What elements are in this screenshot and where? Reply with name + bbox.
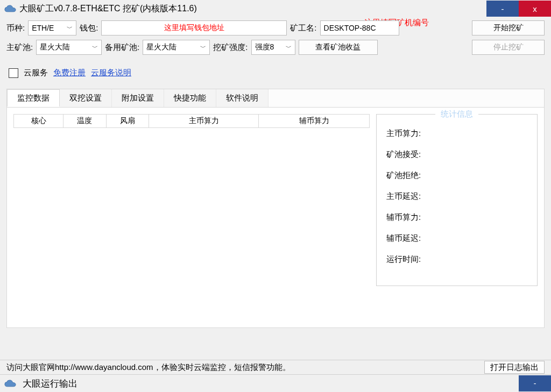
stop-mining-button: 停止挖矿	[472, 40, 545, 55]
th-temp: 温度	[63, 115, 106, 127]
view-earnings-button[interactable]: 查看矿池收益	[299, 40, 378, 55]
coin-select-value: ETH/E	[32, 24, 54, 32]
register-link[interactable]: 免费注册	[53, 68, 86, 78]
th-main-hashrate: 主币算力	[149, 115, 259, 127]
tab-quick-functions[interactable]: 快捷功能	[164, 89, 216, 107]
stat-aux-hashrate: 辅币算力:	[386, 207, 527, 228]
cloud-service-label: 云服务	[24, 68, 48, 78]
backup-pool-value: 星火大陆	[146, 42, 176, 52]
intensity-label: 挖矿强度:	[213, 42, 248, 53]
window-title: 大眼矿工v0.7.8-ETH&ETC 挖矿(内核版本11.6)	[19, 3, 486, 15]
stat-main-delay: 主币延迟:	[386, 186, 527, 207]
config-area: 币种: ETH/E ﹀ 钱包: 这里填写钱包地址 矿工名: DESKTOP-88…	[0, 17, 551, 55]
main-pool-label: 主矿池:	[6, 42, 33, 53]
output-bar-title: 大眼运行输出	[19, 377, 519, 390]
tabs-container: 监控数据 双挖设置 附加设置 快捷功能 软件说明 核心 温度 风扇 主币算力 辅…	[6, 89, 545, 328]
close-button[interactable]: x	[519, 1, 551, 17]
intensity-value: 强度8	[255, 42, 274, 52]
th-core: 核心	[14, 115, 63, 127]
backup-pool-select[interactable]: 星火大陆 ﹀	[143, 40, 210, 55]
miner-label: 矿工名:	[290, 23, 316, 33]
chevron-down-icon: ﹀	[67, 24, 73, 32]
stat-pool-reject: 矿池拒绝:	[386, 165, 527, 186]
stat-pool-accept: 矿池接受:	[386, 144, 527, 165]
tab-monitor[interactable]: 监控数据	[7, 89, 60, 107]
stat-runtime: 运行时间:	[386, 249, 527, 270]
stat-main-hashrate: 主币算力:	[386, 123, 527, 144]
chevron-down-icon: ﹀	[286, 44, 292, 52]
th-aux-hashrate: 辅币算力	[259, 115, 369, 127]
footer-text: 访问大眼官网http://www.dayancloud.com，体验实时云端监控…	[6, 362, 291, 373]
tab-dual-mining[interactable]: 双挖设置	[60, 89, 112, 107]
backup-pool-label: 备用矿池:	[105, 42, 139, 53]
stats-title: 统计信息	[435, 109, 478, 119]
miner-input-value: DESKTOP-88C	[324, 24, 376, 32]
output-bar: 大眼运行输出 -	[0, 375, 551, 392]
wallet-placeholder: 这里填写钱包地址	[164, 23, 224, 33]
th-fan: 风扇	[107, 115, 149, 127]
cloud-service-row: 云服务 免费注册 云服务说明	[0, 59, 551, 83]
titlebar: 大眼矿工v0.7.8-ETH&ETC 挖矿(内核版本11.6) - x	[0, 0, 551, 17]
stats-box: 统计信息 主币算力: 矿池接受: 矿池拒绝: 主币延迟: 辅币算力: 辅币延迟:…	[376, 114, 538, 286]
open-log-button[interactable]: 打开日志输出	[484, 361, 545, 374]
start-mining-button[interactable]: 开始挖矿	[472, 20, 545, 35]
main-pool-value: 星火大陆	[40, 42, 70, 52]
tabs-strip: 监控数据 双挖设置 附加设置 快捷功能 软件说明	[7, 89, 544, 108]
cloud-service-help-link[interactable]: 云服务说明	[91, 68, 131, 78]
footer: 访问大眼官网http://www.dayancloud.com，体验实时云端监控…	[0, 360, 551, 375]
minimize-button[interactable]: -	[486, 1, 519, 17]
tab-software-info[interactable]: 软件说明	[216, 89, 269, 107]
cloud-icon	[4, 380, 16, 387]
table-header-row: 核心 温度 风扇 主币算力 辅币算力	[13, 114, 370, 128]
coin-select[interactable]: ETH/E ﹀	[28, 20, 76, 35]
table-area: 核心 温度 风扇 主币算力 辅币算力	[13, 114, 370, 321]
coin-label: 币种:	[6, 23, 25, 33]
stat-aux-delay: 辅币延迟:	[386, 228, 527, 249]
cloud-service-checkbox[interactable]	[9, 68, 18, 78]
output-minimize-button[interactable]: -	[519, 375, 551, 391]
wallet-label: 钱包:	[80, 23, 98, 33]
tab-content: 核心 温度 风扇 主币算力 辅币算力 统计信息 主币算力: 矿池接受: 矿池拒绝…	[7, 108, 544, 327]
tab-additional[interactable]: 附加设置	[112, 89, 164, 107]
chevron-down-icon: ﹀	[92, 44, 98, 52]
wallet-input[interactable]: 这里填写钱包地址	[101, 20, 287, 35]
cloud-icon	[4, 5, 16, 12]
chevron-down-icon: ﹀	[200, 44, 206, 52]
miner-input[interactable]: DESKTOP-88C	[320, 20, 399, 35]
main-pool-select[interactable]: 星火大陆 ﹀	[36, 40, 102, 55]
intensity-select[interactable]: 强度8 ﹀	[251, 40, 295, 55]
